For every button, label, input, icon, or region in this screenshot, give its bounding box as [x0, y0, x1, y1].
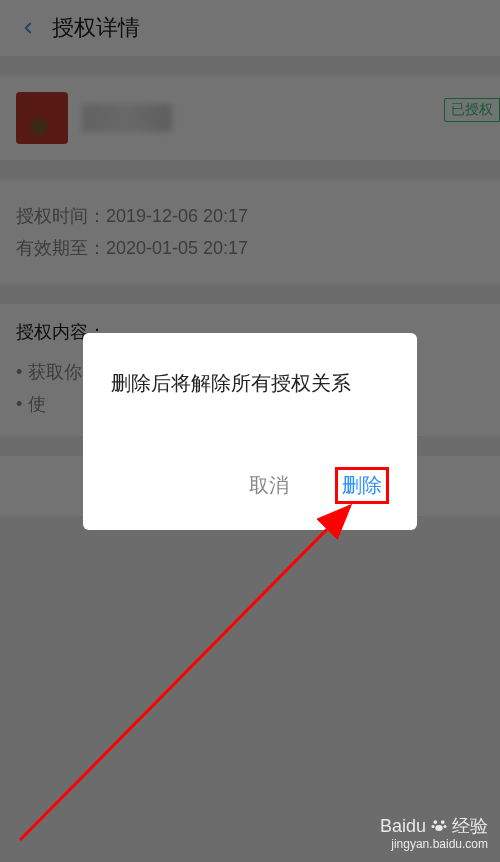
modal-overlay: 删除后将解除所有授权关系 取消 删除	[0, 0, 500, 862]
dialog-message: 删除后将解除所有授权关系	[111, 369, 389, 397]
delete-button[interactable]: 删除	[335, 467, 389, 504]
watermark-url: jingyan.baidu.com	[380, 836, 488, 852]
watermark-suffix: 经验	[452, 818, 488, 834]
cancel-button[interactable]: 取消	[243, 467, 295, 504]
confirm-dialog: 删除后将解除所有授权关系 取消 删除	[83, 333, 417, 530]
svg-point-3	[441, 820, 445, 824]
watermark-brand: Baidu	[380, 818, 426, 834]
paw-icon	[430, 816, 448, 836]
dialog-actions: 取消 删除	[111, 467, 389, 512]
watermark: Baidu 经验 jingyan.baidu.com	[380, 816, 488, 852]
svg-point-4	[432, 825, 435, 828]
svg-point-6	[435, 825, 443, 831]
svg-point-2	[433, 820, 437, 824]
svg-point-5	[444, 825, 447, 828]
